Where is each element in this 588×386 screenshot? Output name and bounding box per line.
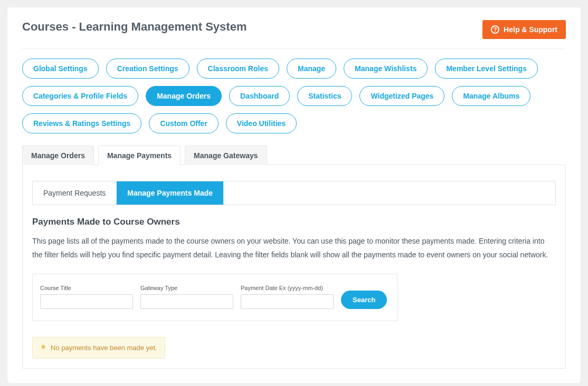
section-title: Payments Made to Course Owners bbox=[32, 217, 556, 227]
gateway-type-label: Gateway Type bbox=[140, 285, 233, 291]
nav-categories-profile-fields[interactable]: Categories & Profile Fields bbox=[22, 86, 138, 106]
nav-reviews-ratings-settings[interactable]: Reviews & Ratings Settings bbox=[22, 113, 141, 133]
innertab-payment-requests[interactable]: Payment Requests bbox=[33, 181, 117, 205]
empty-state-notice: No payments have been made yet. bbox=[32, 337, 165, 359]
subtab-manage-gateways[interactable]: Manage Gateways bbox=[185, 146, 267, 165]
search-button[interactable]: Search bbox=[341, 291, 387, 309]
help-label: Help & Support bbox=[504, 25, 557, 34]
sub-tabs: Manage Orders Manage Payments Manage Gat… bbox=[22, 145, 566, 165]
nav-statistics[interactable]: Statistics bbox=[297, 86, 352, 106]
course-title-label: Course Title bbox=[40, 285, 133, 291]
content-panel: Payment Requests Manage Payments Made Pa… bbox=[22, 165, 566, 369]
nav-manage[interactable]: Manage bbox=[287, 59, 336, 79]
page-title: Courses - Learning Management System bbox=[22, 20, 246, 34]
subtab-manage-payments[interactable]: Manage Payments bbox=[98, 146, 181, 165]
main-nav: Global Settings Creation Settings Classr… bbox=[22, 59, 566, 133]
filter-form: Course Title Gateway Type Payment Date E… bbox=[32, 274, 397, 321]
payment-date-label: Payment Date Ex (yyyy-mm-dd) bbox=[241, 285, 334, 291]
nav-manage-orders[interactable]: Manage Orders bbox=[146, 86, 222, 106]
nav-manage-albums[interactable]: Manage Albums bbox=[452, 86, 530, 106]
nav-custom-offer[interactable]: Custom Offer bbox=[149, 113, 218, 133]
gateway-type-input[interactable] bbox=[140, 294, 233, 309]
nav-member-level-settings[interactable]: Member Level Settings bbox=[435, 59, 538, 79]
course-title-input[interactable] bbox=[40, 294, 133, 309]
payment-date-input[interactable] bbox=[241, 294, 334, 309]
nav-widgetized-pages[interactable]: Widgetized Pages bbox=[359, 86, 444, 106]
nav-creation-settings[interactable]: Creation Settings bbox=[106, 59, 189, 79]
innertab-manage-payments-made[interactable]: Manage Payments Made bbox=[117, 181, 224, 205]
help-support-button[interactable]: ? Help & Support bbox=[482, 20, 566, 39]
help-icon: ? bbox=[491, 25, 499, 34]
lightbulb-icon bbox=[40, 344, 46, 351]
inner-tabs: Payment Requests Manage Payments Made bbox=[32, 181, 556, 205]
nav-classroom-roles[interactable]: Classroom Roles bbox=[197, 59, 279, 79]
notice-message: No payments have been made yet. bbox=[51, 344, 157, 352]
section-description: This page lists all of the payments made… bbox=[32, 235, 556, 262]
subtab-manage-orders[interactable]: Manage Orders bbox=[22, 146, 94, 165]
nav-video-utilities[interactable]: Video Utilities bbox=[226, 113, 297, 133]
nav-manage-wishlists[interactable]: Manage Wishlists bbox=[344, 59, 428, 79]
nav-global-settings[interactable]: Global Settings bbox=[22, 59, 99, 79]
nav-dashboard[interactable]: Dashboard bbox=[229, 86, 290, 106]
